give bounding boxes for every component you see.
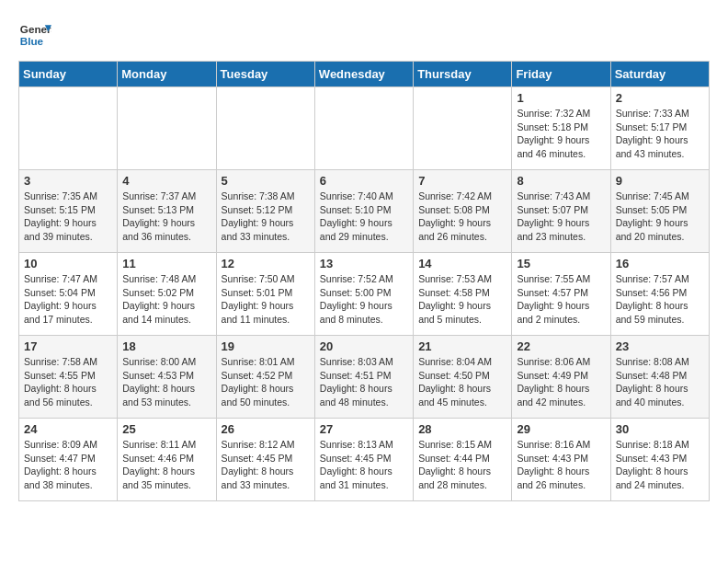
day-info: Sunrise: 8:18 AMSunset: 4:43 PMDaylight:… [616,438,704,492]
col-header-tuesday: Tuesday [216,62,314,87]
day-info: Sunrise: 8:08 AMSunset: 4:48 PMDaylight:… [616,355,704,409]
calendar-cell [216,87,314,170]
col-header-thursday: Thursday [414,62,512,87]
day-number: 19 [222,339,310,353]
day-number: 7 [418,174,506,188]
day-number: 2 [616,91,704,105]
calendar-cell: 14Sunrise: 7:53 AMSunset: 4:58 PMDayligh… [414,253,512,336]
day-number: 18 [122,339,210,353]
calendar-cell: 16Sunrise: 7:57 AMSunset: 4:56 PMDayligh… [610,253,709,336]
day-info: Sunrise: 7:50 AMSunset: 5:01 PMDaylight:… [222,272,310,327]
day-number: 24 [24,422,112,436]
day-number: 20 [320,339,408,353]
day-number: 17 [24,339,112,353]
calendar-cell: 27Sunrise: 8:13 AMSunset: 4:45 PMDayligh… [314,419,413,501]
calendar-header-row: SundayMondayTuesdayWednesdayThursdayFrid… [19,62,710,87]
col-header-sunday: Sunday [19,62,118,87]
calendar-cell: 6Sunrise: 7:40 AMSunset: 5:10 PMDaylight… [314,170,413,253]
day-info: Sunrise: 8:01 AMSunset: 4:52 PMDaylight:… [222,355,310,409]
calendar-cell: 18Sunrise: 8:00 AMSunset: 4:53 PMDayligh… [118,336,216,419]
calendar-week-row: 24Sunrise: 8:09 AMSunset: 4:47 PMDayligh… [19,419,710,501]
calendar-cell: 13Sunrise: 7:52 AMSunset: 5:00 PMDayligh… [314,253,413,336]
day-number: 15 [517,257,605,270]
day-info: Sunrise: 7:32 AMSunset: 5:18 PMDaylight:… [517,107,605,161]
calendar-week-row: 17Sunrise: 7:58 AMSunset: 4:55 PMDayligh… [19,336,710,419]
header: General Blue [18,18,710,52]
day-number: 22 [517,339,605,353]
day-info: Sunrise: 8:06 AMSunset: 4:49 PMDaylight:… [517,355,605,409]
calendar-cell: 22Sunrise: 8:06 AMSunset: 4:49 PMDayligh… [512,336,610,419]
calendar-cell: 8Sunrise: 7:43 AMSunset: 5:07 PMDaylight… [512,170,610,253]
day-number: 11 [122,257,210,270]
day-number: 12 [222,257,310,270]
calendar-cell: 2Sunrise: 7:33 AMSunset: 5:17 PMDaylight… [610,87,709,170]
calendar-cell: 9Sunrise: 7:45 AMSunset: 5:05 PMDaylight… [610,170,709,253]
calendar-cell: 19Sunrise: 8:01 AMSunset: 4:52 PMDayligh… [216,336,314,419]
day-info: Sunrise: 7:47 AMSunset: 5:04 PMDaylight:… [24,272,112,327]
day-info: Sunrise: 7:37 AMSunset: 5:13 PMDaylight:… [122,190,210,244]
calendar-cell: 30Sunrise: 8:18 AMSunset: 4:43 PMDayligh… [610,419,709,501]
day-info: Sunrise: 7:45 AMSunset: 5:05 PMDaylight:… [616,190,704,244]
calendar-cell: 28Sunrise: 8:15 AMSunset: 4:44 PMDayligh… [414,419,512,501]
day-info: Sunrise: 8:15 AMSunset: 4:44 PMDaylight:… [418,438,506,492]
calendar-week-row: 1Sunrise: 7:32 AMSunset: 5:18 PMDaylight… [19,87,710,170]
day-number: 25 [122,422,210,436]
calendar-cell: 1Sunrise: 7:32 AMSunset: 5:18 PMDaylight… [512,87,610,170]
day-number: 6 [320,174,408,188]
day-number: 8 [517,174,605,188]
day-info: Sunrise: 7:38 AMSunset: 5:12 PMDaylight:… [222,190,310,244]
day-info: Sunrise: 7:35 AMSunset: 5:15 PMDaylight:… [24,190,112,244]
day-number: 3 [24,174,112,188]
logo-icon: General Blue [18,18,51,52]
calendar-cell: 17Sunrise: 7:58 AMSunset: 4:55 PMDayligh… [19,336,118,419]
day-number: 10 [24,257,112,270]
day-number: 28 [418,422,506,436]
day-number: 21 [418,339,506,353]
day-number: 30 [616,422,704,436]
day-info: Sunrise: 7:53 AMSunset: 4:58 PMDaylight:… [418,272,506,327]
day-info: Sunrise: 7:52 AMSunset: 5:00 PMDaylight:… [320,272,408,327]
calendar-cell: 20Sunrise: 8:03 AMSunset: 4:51 PMDayligh… [314,336,413,419]
day-number: 4 [122,174,210,188]
day-info: Sunrise: 8:16 AMSunset: 4:43 PMDaylight:… [517,438,605,492]
calendar-cell: 5Sunrise: 7:38 AMSunset: 5:12 PMDaylight… [216,170,314,253]
day-info: Sunrise: 7:43 AMSunset: 5:07 PMDaylight:… [517,190,605,244]
day-info: Sunrise: 8:04 AMSunset: 4:50 PMDaylight:… [418,355,506,409]
calendar: SundayMondayTuesdayWednesdayThursdayFrid… [18,61,710,501]
day-info: Sunrise: 8:11 AMSunset: 4:46 PMDaylight:… [122,438,210,492]
calendar-cell: 11Sunrise: 7:48 AMSunset: 5:02 PMDayligh… [118,253,216,336]
calendar-week-row: 3Sunrise: 7:35 AMSunset: 5:15 PMDaylight… [19,170,710,253]
day-number: 1 [517,91,605,105]
day-info: Sunrise: 7:42 AMSunset: 5:08 PMDaylight:… [418,190,506,244]
day-info: Sunrise: 7:55 AMSunset: 4:57 PMDaylight:… [517,272,605,327]
calendar-cell: 25Sunrise: 8:11 AMSunset: 4:46 PMDayligh… [118,419,216,501]
calendar-cell [314,87,413,170]
col-header-friday: Friday [512,62,610,87]
col-header-saturday: Saturday [610,62,709,87]
day-info: Sunrise: 8:13 AMSunset: 4:45 PMDaylight:… [320,438,408,492]
calendar-cell [19,87,118,170]
col-header-wednesday: Wednesday [314,62,413,87]
day-number: 5 [222,174,310,188]
day-info: Sunrise: 8:09 AMSunset: 4:47 PMDaylight:… [24,438,112,492]
col-header-monday: Monday [118,62,216,87]
day-info: Sunrise: 7:40 AMSunset: 5:10 PMDaylight:… [320,190,408,244]
calendar-cell: 29Sunrise: 8:16 AMSunset: 4:43 PMDayligh… [512,419,610,501]
calendar-cell: 4Sunrise: 7:37 AMSunset: 5:13 PMDaylight… [118,170,216,253]
day-number: 27 [320,422,408,436]
calendar-cell: 21Sunrise: 8:04 AMSunset: 4:50 PMDayligh… [414,336,512,419]
logo: General Blue [18,18,51,52]
day-info: Sunrise: 7:48 AMSunset: 5:02 PMDaylight:… [122,272,210,327]
calendar-cell [118,87,216,170]
calendar-cell [414,87,512,170]
day-number: 23 [616,339,704,353]
day-number: 9 [616,174,704,188]
day-info: Sunrise: 7:58 AMSunset: 4:55 PMDaylight:… [24,355,112,409]
calendar-cell: 3Sunrise: 7:35 AMSunset: 5:15 PMDaylight… [19,170,118,253]
day-number: 16 [616,257,704,270]
day-number: 26 [222,422,310,436]
calendar-cell: 12Sunrise: 7:50 AMSunset: 5:01 PMDayligh… [216,253,314,336]
calendar-cell: 23Sunrise: 8:08 AMSunset: 4:48 PMDayligh… [610,336,709,419]
day-number: 29 [517,422,605,436]
day-info: Sunrise: 8:00 AMSunset: 4:53 PMDaylight:… [122,355,210,409]
